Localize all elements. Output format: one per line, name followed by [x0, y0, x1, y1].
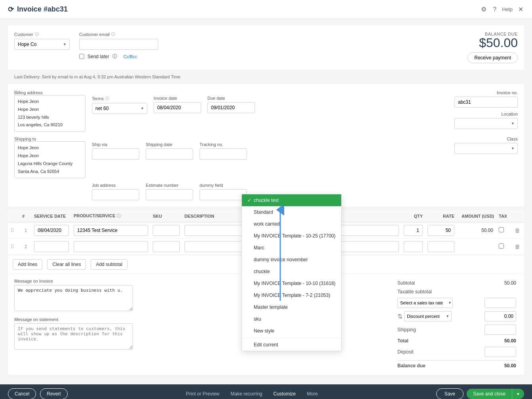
terms-info-icon[interactable]: ⓘ — [105, 96, 109, 101]
billing-address-label: Billing address — [14, 90, 86, 95]
settings-icon-btn[interactable]: ⚙ — [480, 5, 487, 14]
row2-date-input[interactable] — [34, 241, 69, 252]
dropdown-item-dummy-invoice[interactable]: ✓ dummy invoice november — [242, 254, 341, 266]
shipping-to-area[interactable]: Hope JeonHope JeonLaguna Hills Orange Co… — [14, 141, 86, 178]
terms-select[interactable]: net 60 — [92, 103, 147, 114]
dummy-field-label: dummy field — [200, 183, 247, 188]
save-button[interactable]: Save — [436, 388, 464, 399]
row1-sku-input[interactable] — [153, 225, 180, 236]
invoice-no-input[interactable] — [454, 97, 518, 108]
drag-handle-1[interactable]: ⠿ — [10, 227, 14, 234]
drag-handle-2[interactable]: ⠿ — [10, 243, 14, 250]
discount-arrows-icon[interactable]: ⇅ — [397, 313, 403, 320]
tax-amount-input[interactable] — [484, 298, 516, 308]
location-select-wrapper[interactable] — [454, 118, 518, 129]
customer-input[interactable] — [14, 39, 70, 50]
right-fields: Invoice no. Location — [454, 90, 518, 129]
dummy-field-group: dummy field — [200, 183, 247, 200]
terms-select-wrapper[interactable]: net 60 — [92, 103, 147, 114]
footer-left: Cancel Revert — [8, 388, 68, 399]
dropdown-item-chuckie[interactable]: ✓ chuckie — [242, 266, 341, 277]
dropdown-item-new-style[interactable]: ✓ New style — [242, 325, 341, 337]
discount-type-select[interactable]: Discount percent Discount value — [404, 311, 452, 321]
email-info-icon[interactable]: ⓘ — [111, 32, 115, 37]
row1-qty-input[interactable] — [404, 225, 423, 236]
row2-product-input[interactable] — [74, 241, 148, 252]
row1-delete-btn[interactable]: 🗑 — [515, 227, 520, 234]
send-later-info-icon[interactable]: ⓘ — [112, 53, 117, 60]
message-invoice-textarea[interactable]: We appreciate you doing business with u. — [14, 285, 133, 311]
cancel-button[interactable]: Cancel — [8, 388, 36, 399]
dropdown-item-my-invoice-31618[interactable]: ✓ My INVOICE Template - 10-10 (31618) — [242, 277, 341, 289]
tax-rate-select[interactable]: Select a sales tax rate — [397, 298, 453, 308]
discount-value-input[interactable] — [484, 311, 516, 321]
row2-delete-btn[interactable]: 🗑 — [515, 243, 520, 250]
send-later-checkbox[interactable] — [79, 54, 84, 59]
due-date-input[interactable] — [207, 102, 255, 113]
header-actions: ⚙ ? Help ✕ — [480, 5, 524, 14]
revert-button[interactable]: Revert — [40, 388, 67, 399]
clear-all-lines-button[interactable]: Clear all lines — [47, 259, 86, 270]
class-select[interactable] — [454, 143, 518, 154]
make-recurring-button[interactable]: Make recurring — [229, 390, 264, 398]
dropdown-item-marc[interactable]: ✓ Marc — [242, 242, 341, 254]
row2-tax-checkbox[interactable] — [499, 243, 504, 249]
customer-info-icon[interactable]: ⓘ — [35, 32, 39, 37]
receive-payment-button[interactable]: Receive payment — [467, 52, 518, 63]
address-top-row: Billing address Hope JeonHope Jeon123 be… — [14, 90, 518, 132]
row1-tax-checkbox[interactable] — [499, 227, 504, 232]
row2-sku-input[interactable] — [153, 241, 180, 252]
shipping-date-label: Shipping date — [146, 142, 193, 147]
more-button[interactable]: More — [305, 390, 319, 398]
dropdown-item-label: work carried — [254, 221, 279, 227]
row1-product-input[interactable] — [74, 225, 148, 236]
shipping-date-input[interactable] — [146, 148, 193, 160]
cc-bcc-link[interactable]: Cc/Bcc — [124, 54, 137, 59]
total-label: Total — [397, 338, 408, 344]
class-group: Class — [454, 137, 518, 154]
billing-address-area[interactable]: Hope JeonHope Jeon123 beverly hillsLos a… — [14, 95, 86, 132]
dropdown-item-my-invoice-17700[interactable]: ✓ My INVOICE Template - 10-25 (17700) — [242, 230, 341, 242]
save-close-arrow-button[interactable]: ▼ — [512, 389, 524, 399]
deposit-input[interactable] — [484, 347, 516, 357]
dropdown-item-standard[interactable]: ✓ Standard — [242, 206, 341, 218]
close-icon-btn[interactable]: ✕ — [517, 5, 524, 14]
print-preview-button[interactable]: Print or Preview — [184, 390, 221, 398]
subtotal-label: Subtotal — [397, 280, 415, 286]
shipping-date-group: Shipping date — [146, 142, 193, 160]
row1-rate-input[interactable] — [428, 225, 454, 236]
save-close-button[interactable]: Save and close — [467, 389, 512, 399]
dropdown-item-my-invoice-21053[interactable]: ✓ My INVOICE Template - 7-2 (21053) — [242, 289, 341, 301]
dummy-field-input[interactable] — [200, 189, 247, 200]
address-second-row: Shipping to Hope JeonHope JeonLaguna Hil… — [14, 137, 518, 178]
help-icon-btn[interactable]: ? — [492, 5, 497, 14]
checkmark-icon: ✓ — [247, 198, 251, 203]
dropdown-item-master-template[interactable]: ✓ Master template — [242, 301, 341, 313]
add-subtotal-button[interactable]: Add subtotal — [91, 259, 127, 270]
ship-via-input[interactable] — [92, 148, 139, 160]
footer-center: Print or Preview Make recurring Customiz… — [184, 390, 319, 398]
estimate-number-input[interactable] — [146, 189, 193, 200]
customer-select-wrapper[interactable] — [14, 39, 70, 50]
message-statement-textarea[interactable] — [14, 323, 133, 350]
row2-qty-input[interactable] — [404, 241, 423, 252]
class-select-wrapper[interactable] — [454, 143, 518, 154]
dropdown-item-edit-current[interactable]: ✓ Edit current — [242, 339, 341, 351]
customer-email-input[interactable] — [79, 39, 158, 50]
discount-type-wrapper[interactable]: Discount percent Discount value ▼ — [404, 311, 452, 321]
job-address-input[interactable] — [92, 189, 139, 200]
dropdown-item-sku[interactable]: ✓ sku — [242, 313, 341, 325]
customize-button[interactable]: Customize — [272, 390, 298, 398]
location-select[interactable] — [454, 118, 518, 129]
dropdown-item-work-carried[interactable]: ✓ work carried — [242, 218, 341, 230]
shipping-input[interactable] — [484, 325, 516, 335]
tracking-no-input[interactable] — [200, 148, 247, 160]
row2-rate-input[interactable] — [428, 241, 454, 252]
dropdown-item-chuckie-test[interactable]: ✓ chuckie test — [242, 194, 341, 206]
invoice-date-input[interactable] — [154, 102, 201, 113]
add-lines-button[interactable]: Add lines — [13, 259, 42, 270]
col-num: # — [20, 210, 32, 222]
row1-amount: 50.00 — [481, 228, 493, 233]
row1-date-input[interactable] — [34, 225, 69, 236]
col-sku: SKU — [150, 210, 182, 222]
